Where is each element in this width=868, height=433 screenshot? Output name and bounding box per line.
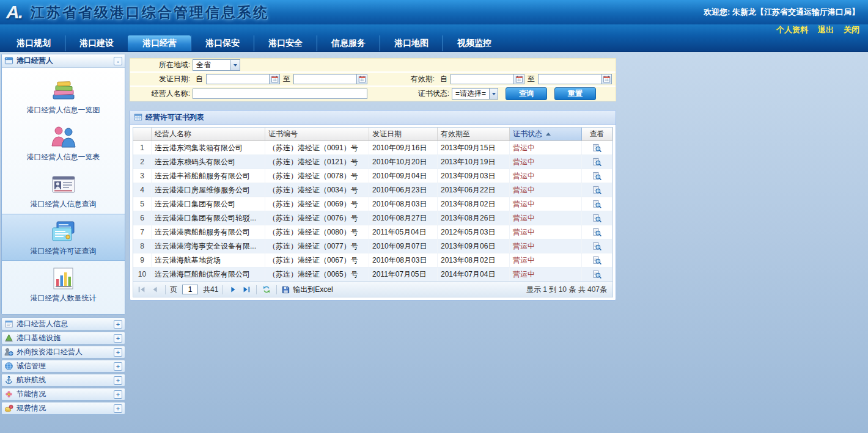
table-row[interactable]: 2 连云港东粮码头有限公司 （苏连）港经证（0121）号 2010年10月20日… (133, 155, 612, 169)
validity-from-calendar-button[interactable] (514, 74, 524, 84)
view-icon (592, 200, 601, 209)
table-row[interactable]: 1 连云港东鸿集装箱有限公司 （苏连）港经证（0091）号 2010年09月16… (133, 141, 612, 155)
export-excel-button[interactable]: 输出到Excel (281, 285, 333, 295)
status-cell: 营运中 (510, 211, 582, 225)
next-page-button[interactable] (227, 284, 238, 295)
operator-name-label: 经营人名称: (130, 89, 193, 99)
last-page-icon (242, 285, 251, 294)
column-header-status-label: 证书状态 (513, 129, 542, 139)
view-button[interactable] (592, 171, 602, 181)
nav-tab-label: 港口建设 (79, 38, 114, 49)
issue-date-cell: 2010年08月27日 (369, 211, 438, 225)
sidebar-item[interactable]: 港口经营人数量统计 (2, 261, 125, 308)
sidebar-item-label: 港口经营人信息一览表 (27, 152, 100, 162)
sidebar-collapsed-panel[interactable]: 港口基础设施 + (1, 332, 125, 344)
expand-button[interactable]: + (114, 348, 122, 357)
pager-separator (276, 285, 277, 294)
view-button[interactable] (592, 255, 602, 265)
operator-name-input[interactable] (193, 89, 367, 99)
reset-button[interactable]: 重置 (554, 87, 596, 100)
issue-date-to-calendar-button[interactable] (357, 74, 367, 84)
sidebar-item[interactable]: 港口经营许可证查询 (2, 214, 125, 261)
issue-date-to-input[interactable] (293, 74, 357, 84)
view-icon (592, 172, 601, 181)
column-header-operator-name[interactable]: 经营人名称 (152, 128, 265, 140)
expand-button[interactable]: + (114, 334, 122, 343)
view-button[interactable] (592, 157, 602, 167)
sidebar-item-label: 港口经营人信息一览图 (27, 105, 100, 115)
view-button[interactable] (592, 143, 602, 153)
expand-button[interactable]: + (114, 404, 122, 413)
expand-button[interactable]: + (114, 362, 122, 371)
sidebar-panel-header[interactable]: 港口经营人 - (2, 54, 125, 68)
calendar-icon (515, 75, 523, 83)
first-page-button[interactable] (136, 284, 147, 295)
nav-tab[interactable]: 视频监控 (443, 35, 506, 51)
sidebar-item[interactable]: 港口经营人信息一览图 (2, 73, 125, 120)
sidebar-collapsed-panel[interactable]: 规费情况 + (1, 402, 125, 415)
table-row[interactable]: 3 连云港丰裕船舶服务有限公司 （苏连）港经证（0078）号 2010年09月0… (133, 169, 612, 183)
table-row[interactable]: 4 连云港港口房屋维修服务公司 （苏连）港经证（0034）号 2010年06月2… (133, 183, 612, 197)
export-excel-label: 输出到Excel (293, 285, 333, 295)
column-header-rownum (133, 128, 152, 140)
column-header-valid-until[interactable]: 有效期至 (438, 128, 510, 140)
refresh-button[interactable] (261, 284, 272, 295)
column-header-issue-date[interactable]: 发证日期 (369, 128, 438, 140)
view-button[interactable] (592, 199, 602, 209)
view-button[interactable] (592, 213, 602, 223)
region-select[interactable]: 全省 (193, 59, 240, 71)
query-button[interactable]: 查询 (506, 87, 547, 100)
sidebar-collapsed-panel[interactable]: 航班航线 + (1, 374, 125, 387)
nav-tab-label: 信息服务 (331, 38, 366, 49)
nav-tab[interactable]: 信息服务 (317, 35, 380, 51)
table-row[interactable]: 6 连云港港口集团有限公司轮驳... （苏连）港经证（0076）号 2010年0… (133, 211, 612, 225)
table-row[interactable]: 5 连云港港口集团有限公司 （苏连）港经证（0069）号 2010年08月03日… (133, 197, 612, 211)
nav-tab[interactable]: 港口建设 (65, 35, 128, 51)
sort-asc-icon (546, 133, 551, 136)
view-button[interactable] (592, 227, 602, 237)
sidebar-collapsed-panel[interactable]: 港口经营人信息 + (1, 318, 125, 330)
header-link[interactable]: 个人资料 (776, 24, 808, 35)
header-link[interactable]: 关闭 (844, 24, 859, 35)
people-icon (50, 125, 77, 150)
nav-tab-label: 港口保安 (205, 38, 240, 49)
prev-page-button[interactable] (150, 284, 161, 295)
issue-date-from-input[interactable] (206, 74, 270, 84)
column-header-cert-no[interactable]: 证书编号 (265, 128, 369, 140)
view-button[interactable] (592, 269, 602, 279)
validity-to-input[interactable] (538, 74, 601, 84)
sidebar-item[interactable]: 港口经营人信息一览表 (2, 120, 125, 167)
sidebar-collapsed-panel[interactable]: 诚信管理 + (1, 360, 125, 373)
cert-status-select-value: =请选择= (452, 89, 489, 99)
nav-tab[interactable]: 港口地图 (380, 35, 443, 51)
table-row[interactable]: 9 连云港海航基地货场 （苏连）港经证（0067）号 2010年08月03日 2… (133, 253, 612, 267)
expand-button[interactable]: + (114, 376, 122, 385)
column-header-status[interactable]: 证书状态 (510, 128, 582, 140)
cert-no-cell: （苏连）港经证（0067）号 (265, 253, 369, 267)
header-link[interactable]: 退出 (818, 24, 834, 35)
nav-tab-label: 港口安全 (268, 38, 303, 49)
table-row[interactable]: 8 连云港港湾海事安全设备有限... （苏连）港经证（0077）号 2010年0… (133, 239, 612, 253)
validity-from-input[interactable] (451, 74, 514, 84)
nav-tab[interactable]: 港口经营 (128, 35, 191, 51)
page-input[interactable] (182, 285, 198, 294)
refresh-icon (262, 285, 271, 294)
table-row[interactable]: 10 连云港海巨船舶供应有限公司 （苏连）港经证（0065）号 2011年07月… (133, 267, 612, 282)
collapse-button[interactable]: - (114, 57, 122, 65)
cert-status-select[interactable]: =请选择= (452, 88, 498, 100)
view-button[interactable] (592, 185, 602, 195)
expand-button[interactable]: + (114, 390, 122, 399)
sidebar-item[interactable]: 港口经营人信息查询 (2, 167, 125, 214)
view-button[interactable] (592, 241, 602, 251)
nav-tab[interactable]: 港口安全 (254, 35, 317, 51)
nav-tab[interactable]: 港口保安 (191, 35, 254, 51)
nav-tab[interactable]: 港口规划 (2, 35, 65, 51)
sidebar-collapsed-panel[interactable]: 外商投资港口经营人 + (1, 346, 125, 358)
sidebar-collapsed-panel[interactable]: 节能情况 + (1, 388, 125, 401)
issue-date-from-calendar-button[interactable] (270, 74, 280, 84)
main-content: 所在地域: 全省 发证日期: 自 至 有效期: (130, 54, 868, 433)
last-page-button[interactable] (241, 284, 252, 295)
table-row[interactable]: 7 连云港港腾船舶服务有限公司 （苏连）港经证（0080）号 2011年05月0… (133, 225, 612, 239)
expand-button[interactable]: + (114, 320, 122, 329)
validity-to-calendar-button[interactable] (601, 74, 612, 84)
